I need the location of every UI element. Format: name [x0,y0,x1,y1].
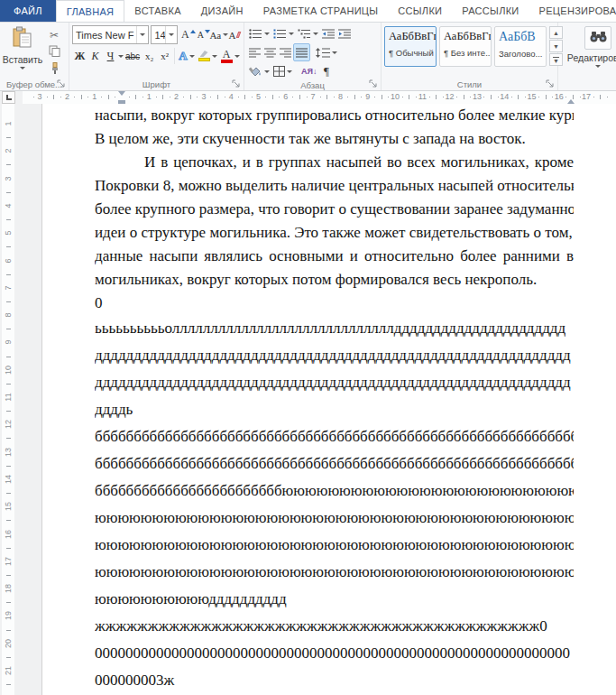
style-card-2[interactable]: АаБбВЗаголово... [494,26,547,67]
doc-line[interactable]: могильниках, вокруг которых потом формир… [95,268,574,292]
ruler-tick [115,97,115,97]
increase-indent-button[interactable] [336,24,353,42]
clear-formatting-button[interactable]: А [226,26,242,44]
ruler-tick [265,97,266,97]
ruler-number: 1 [147,92,152,101]
multilevel-list-button[interactable] [296,24,320,42]
doc-line[interactable]: юююююююююююююююююююююююююююююююююююююююю… [95,532,574,559]
shading-button[interactable] [247,62,271,80]
strikethrough-button[interactable]: abc [124,47,142,65]
font-dialog-launcher[interactable] [232,79,241,88]
first-line-indent-marker[interactable] [118,91,125,96]
ruler-tick [491,95,492,99]
ruler-tick [518,95,519,99]
vertical-ruler[interactable]: 123456789101112131415161718192021 [2,104,14,695]
scissors-icon: ✂ [50,29,59,42]
ribbon-tab-7[interactable]: РЕЦЕНЗИРОВАНИЕ [529,0,616,22]
style-card-0[interactable]: АаБбВвГг,¶ Обычный [384,26,437,67]
doc-line[interactable]: ддддь [95,396,574,423]
doc-line[interactable]: ююююююююююдддддддддд [95,586,574,613]
doc-line[interactable]: бббббббббббббббббббббббббббббббббббббббб… [95,423,574,450]
vertical-ruler-number: 6 [4,256,13,265]
ribbon-tab-2[interactable]: ВСТАВКА [124,0,190,22]
italic-button[interactable]: К [87,47,103,65]
doc-line[interactable]: более крупного размера, что говорит о су… [95,198,574,221]
tab-stop-selector[interactable] [2,91,15,104]
doc-line[interactable]: ььььььььььоллллллллллллллллллллллллллллл… [95,315,574,342]
font-size-dropdown-arrow[interactable] [165,26,177,43]
document-text-area[interactable]: насыпи, вокруг которых группировались от… [95,104,574,694]
styles-dialog-launcher[interactable] [546,79,555,88]
bullets-button[interactable] [247,24,271,42]
ribbon-tab-3[interactable]: ДИЗАЙН [191,0,253,22]
ribbon-tab-6[interactable]: РАССЫЛКИ [452,0,529,22]
doc-line[interactable]: ббббббббббббббббббббббббюююююююююююююююю… [95,477,574,505]
subscript-button[interactable]: x₂ [142,47,157,65]
doc-line[interactable]: Покровки 8, можно выделить наличие центр… [95,174,574,198]
doc-line[interactable]: 0 [95,292,574,315]
borders-button[interactable] [271,62,294,80]
vertical-ruler-number: 12 [4,420,13,429]
editing-button[interactable]: Редактирован [560,23,616,78]
cut-button[interactable]: ✂ [43,27,65,42]
style-card-1[interactable]: АаБбВвГг,¶ Без инте... [439,26,492,67]
ruler-tick [402,97,403,97]
ribbon-tab-1[interactable]: ГЛАВНАЯ [56,0,125,23]
vertical-ruler-number: 14 [4,475,13,484]
doc-line[interactable]: бббббббббббббббббббббббббббббббббббббббб… [95,450,574,477]
ruler-tick [443,97,444,97]
doc-line[interactable]: В целом же, эти скученности так же вытян… [95,127,574,151]
doc-line[interactable]: идеи о структуре могильника. Это также м… [95,221,574,245]
font-color-button[interactable]: А [219,47,242,65]
ruler-tick [409,95,409,99]
vertical-ruler-tick [6,246,11,247]
paste-dropdown-arrow[interactable] [20,67,25,70]
bold-button[interactable]: Ж [72,47,87,65]
horizontal-ruler[interactable]: 3211234567891011121314151617 [23,91,616,104]
clipboard-dialog-launcher[interactable] [57,79,66,88]
decrease-indent-button[interactable] [320,24,336,42]
underline-button[interactable]: Ч [103,47,118,65]
doc-line[interactable]: юююююююююююююююююююююююююююююююююююююююю… [95,559,574,586]
align-left-button[interactable] [247,43,262,61]
show-paragraph-marks-button[interactable]: ¶ [318,62,334,80]
paste-button[interactable]: Вставить [2,23,43,78]
font-name-dropdown-arrow[interactable] [136,26,148,43]
style-preview: АаБбВвГг, [389,30,434,43]
doc-line[interactable]: дддддддддддддддддддддддддддддддддддддддд… [95,342,574,369]
ribbon-tab-file[interactable]: ФАЙЛ [0,0,56,22]
change-case-button[interactable]: Аа [211,26,226,44]
sort-button[interactable]: АЯ↓ [299,62,318,80]
line-spacing-button[interactable] [314,43,339,61]
doc-line[interactable]: данные насыпи являлись основными и относ… [95,245,574,268]
ribbon-tab-5[interactable]: ССЫЛКИ [388,0,452,22]
document-page[interactable]: насыпи, вокруг которых группировались от… [41,104,616,695]
ribbon-tab-4[interactable]: РАЗМЕТКА СТРАНИЦЫ [253,0,389,22]
align-center-button[interactable] [262,43,278,61]
ruler-tick [252,97,253,97]
tab-stop-icon [6,95,12,100]
ruler-number: 3 [38,92,42,101]
copy-button[interactable] [43,44,65,60]
font-size-combobox[interactable]: 14 [151,25,178,44]
highlight-color-button[interactable] [197,47,219,65]
ruler-tick [272,95,273,99]
doc-line[interactable]: дддддддддддддддддддддддддддддддддддддддд… [95,369,574,396]
font-name-combobox[interactable]: Times New F [72,25,149,44]
doc-line[interactable]: 000000003ж [95,667,574,694]
doc-line[interactable]: насыпи, вокруг которых группировались от… [95,104,574,127]
doc-line[interactable]: юююююююююююююююююююююююююююююююююююююююю… [95,505,574,532]
text-effects-button[interactable]: А [177,47,196,65]
superscript-button[interactable]: x² [157,47,172,65]
justify-button[interactable] [293,43,310,61]
doc-line[interactable]: 0000000000000000000000000000000000000000… [95,640,574,667]
align-right-button[interactable] [278,43,293,61]
paragraph-dialog-launcher[interactable] [369,79,378,88]
format-painter-button[interactable] [43,61,65,77]
ruler-number: 8 [338,92,343,101]
ruler-tick [129,97,130,97]
numbering-button[interactable] [271,24,296,42]
grow-font-button[interactable]: А [180,26,196,44]
doc-line[interactable]: жжжжжжжжжжжжжжжжжжжжжжжжжжжжжжжжжжжжжжжж… [95,613,574,640]
doc-line[interactable]: И в цепочках, и в группах насыпей во все… [95,151,574,174]
